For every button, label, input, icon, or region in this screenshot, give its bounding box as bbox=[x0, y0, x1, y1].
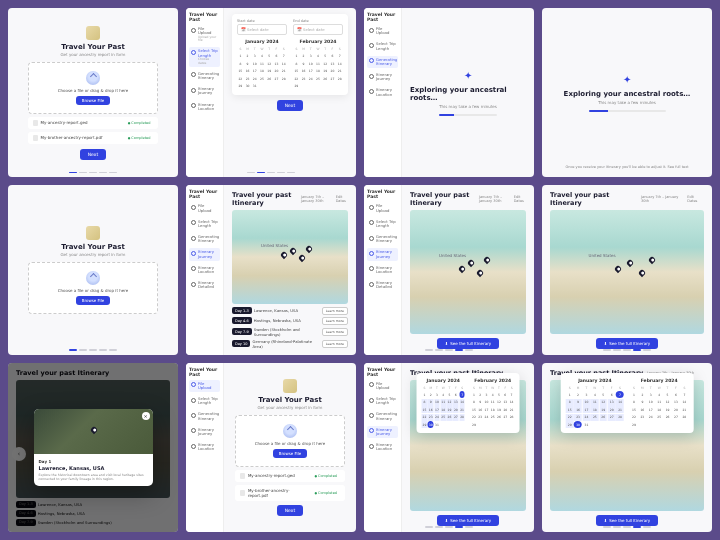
learn-more-button[interactable]: Learn more bbox=[322, 340, 348, 348]
status-badge: Completed bbox=[125, 120, 154, 126]
itinerary-row: Day 1-3Lawrence, Kansas, USALearn more bbox=[232, 307, 348, 315]
page-subtitle: Get your ancestry report in form bbox=[61, 52, 126, 57]
start-date-input[interactable]: 📅 Select date bbox=[237, 24, 287, 35]
edit-dates-link[interactable]: Edit Dates bbox=[687, 195, 704, 203]
screen-itinerary-map: Travel Your Past File Upload Select Trip… bbox=[364, 185, 534, 354]
browse-button[interactable]: Browse File bbox=[273, 449, 308, 458]
calendar-grid-pop3[interactable]: SMTWTFS123456789101112131415161718192021… bbox=[566, 385, 624, 429]
sidebar: Travel Your Past File Upload Select Trip… bbox=[364, 363, 402, 532]
map-pin[interactable] bbox=[613, 265, 621, 273]
sparkle-icon bbox=[621, 74, 633, 86]
itinerary-map[interactable] bbox=[410, 210, 526, 333]
file-name: My-ancestry-report.ged bbox=[41, 120, 122, 125]
calendar-grid-2[interactable]: SMTWTFS123456789101112131415161718192021… bbox=[293, 46, 343, 90]
loading-title: Exploring your ancestral roots… bbox=[564, 90, 691, 98]
page-title: Travel Your Past bbox=[61, 43, 125, 51]
calendar-grid-pop2[interactable]: SMTWTFS123456789101112131415161718192021… bbox=[471, 385, 514, 429]
next-button[interactable]: Next bbox=[277, 505, 303, 516]
sidebar-item[interactable]: Itinerary Location bbox=[189, 101, 220, 113]
sparkle-icon bbox=[462, 70, 474, 82]
map-pin[interactable] bbox=[89, 425, 97, 433]
screen-upload-empty: Travel Your Past Get your ancestry repor… bbox=[8, 185, 178, 354]
calendar-month-1: January 2024 SMTWTFS12345678910111213141… bbox=[237, 39, 287, 90]
progress-bar bbox=[439, 114, 497, 116]
end-date-input[interactable]: 📅 Select date bbox=[293, 24, 343, 35]
modal-map[interactable]: × bbox=[34, 409, 153, 454]
upload-prompt: Choose a file or drag & drop it here bbox=[39, 88, 148, 93]
calendar-month-2: February 2024 SMTWTFS1234567891011121314… bbox=[293, 39, 343, 90]
map-pin[interactable] bbox=[467, 258, 475, 266]
see-full-itinerary-button[interactable]: See the full Itinerary bbox=[596, 338, 658, 349]
file-icon bbox=[33, 135, 38, 141]
loading-footnote: Once you receive your itinerary you'll b… bbox=[565, 165, 688, 169]
calendar-grid-1[interactable]: SMTWTFS123456789101112131415161718192021… bbox=[237, 46, 287, 90]
sidebar-item[interactable]: Generating Itinerary bbox=[189, 70, 220, 82]
map-pin[interactable] bbox=[279, 251, 287, 259]
page-title: Travel Your Past bbox=[61, 243, 125, 251]
modal-overlay[interactable]: × Day 1 Lawrence, Kansas, USA Explore th… bbox=[8, 363, 178, 532]
upload-prompt: Choose a file or drag & drop it here bbox=[39, 288, 148, 293]
itinerary-map[interactable] bbox=[232, 210, 348, 303]
sidebar: Travel Your Past File Upload Select Trip… bbox=[186, 363, 224, 532]
calendar-popover: January 2024SMTWTFS123456789101112131415… bbox=[417, 373, 520, 434]
next-button[interactable]: Next bbox=[80, 149, 106, 160]
screen-map-datepicker-2: Travel your past ItineraryJanuary 7th – … bbox=[542, 363, 712, 532]
map-pin[interactable] bbox=[305, 245, 313, 253]
modal-location: Lawrence, Kansas, USA bbox=[39, 465, 148, 471]
screen-datepicker: Travel Your Past File UploadUpload your … bbox=[186, 8, 356, 177]
progress-bar bbox=[589, 110, 666, 112]
sidebar: Travel Your Past File Upload Select Trip… bbox=[186, 185, 224, 354]
map-pin[interactable] bbox=[638, 268, 646, 276]
calendar-panel: Start date📅 Select date End date📅 Select… bbox=[232, 14, 348, 95]
upload-dropzone[interactable]: Choose a file or drag & drop it here Bro… bbox=[28, 62, 159, 114]
calendar-grid-pop4[interactable]: SMTWTFS123456789101112131415161718192021… bbox=[630, 385, 688, 429]
sidebar-brand: Travel Your Past bbox=[189, 12, 220, 22]
learn-more-button[interactable]: Learn more bbox=[322, 328, 348, 336]
map-pin[interactable] bbox=[457, 265, 465, 273]
see-full-itinerary-button[interactable]: See the full Itinerary bbox=[437, 338, 499, 349]
itinerary-title: Travel your past Itinerary bbox=[410, 191, 475, 207]
sidebar: Travel Your Past File UploadUpload your … bbox=[186, 8, 224, 177]
sidebar-item[interactable]: Select Trip LengthChoose dates bbox=[189, 47, 220, 66]
map-pin[interactable] bbox=[626, 258, 634, 266]
file-row: My-brother-ancestry-report.pdf Completed bbox=[28, 132, 159, 144]
next-button[interactable]: Next bbox=[277, 100, 303, 111]
learn-more-button[interactable]: Learn more bbox=[322, 307, 348, 315]
browse-button[interactable]: Browse File bbox=[76, 96, 111, 105]
calendar-grid-pop1[interactable]: SMTWTFS123456789101112131415161718192021… bbox=[422, 385, 465, 429]
file-row: My-ancestry-report.ged Completed bbox=[28, 117, 159, 129]
close-button[interactable]: × bbox=[142, 412, 150, 420]
month-label: January 2024 bbox=[237, 39, 287, 44]
screen-itinerary-list: Travel Your Past File Upload Select Trip… bbox=[186, 185, 356, 354]
itinerary-map[interactable] bbox=[550, 210, 704, 333]
map-pin[interactable] bbox=[476, 268, 484, 276]
start-date-label: Start date bbox=[237, 19, 287, 23]
see-full-itinerary-button[interactable]: See the full Itinerary bbox=[437, 515, 499, 526]
upload-icon bbox=[86, 271, 100, 285]
end-date-label: End date bbox=[293, 19, 343, 23]
screen-itinerary-map-2: Travel your past Itinerary January 7th –… bbox=[542, 185, 712, 354]
browse-button[interactable]: Browse File bbox=[76, 296, 111, 305]
sidebar: Travel Your Past File Upload Select Trip… bbox=[364, 8, 402, 177]
screen-loading: Travel Your Past File Upload Select Trip… bbox=[364, 8, 534, 177]
upload-dropzone[interactable]: Choose a file or drag & drop it here Bro… bbox=[28, 262, 159, 314]
month-label: February 2024 bbox=[293, 39, 343, 44]
learn-more-button[interactable]: Learn more bbox=[322, 317, 348, 325]
upload-icon bbox=[86, 71, 100, 85]
edit-dates-link[interactable]: Edit Dates bbox=[336, 195, 348, 203]
loading-subtitle: This may take a few minutes bbox=[598, 100, 656, 105]
app-logo bbox=[86, 26, 100, 40]
app-logo bbox=[283, 379, 297, 393]
day-tag: Day 1-3 bbox=[232, 307, 252, 314]
location-text: Lawrence, Kansas, USA bbox=[254, 308, 320, 313]
map-pin[interactable] bbox=[483, 256, 491, 264]
edit-dates-link[interactable]: Edit Dates bbox=[514, 195, 526, 203]
sidebar-item[interactable]: Itinerary Journey bbox=[189, 85, 220, 97]
upload-icon bbox=[283, 424, 297, 438]
map-pin[interactable] bbox=[647, 256, 655, 264]
upload-dropzone[interactable]: Choose a file or drag & drop it here Bro… bbox=[235, 415, 345, 467]
sidebar-item[interactable]: File UploadUpload your file bbox=[189, 25, 220, 44]
map-pin[interactable] bbox=[298, 254, 306, 262]
see-full-itinerary-button[interactable]: See the full Itinerary bbox=[596, 515, 658, 526]
map-pin[interactable] bbox=[289, 246, 297, 254]
